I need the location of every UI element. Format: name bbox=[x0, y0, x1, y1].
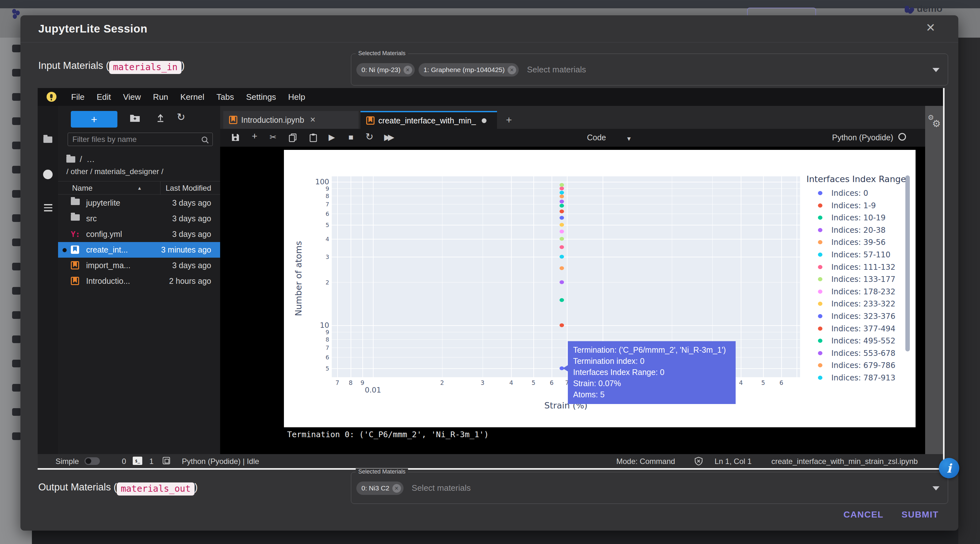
info-button[interactable]: i bbox=[939, 458, 959, 478]
legend-item[interactable]: Indices: 377-494 bbox=[813, 324, 909, 335]
simple-mode-toggle[interactable] bbox=[84, 457, 100, 465]
menu-item-file[interactable]: File bbox=[65, 92, 91, 102]
legend-item[interactable]: Indices: 57-110 bbox=[813, 250, 909, 260]
cursor-position[interactable]: Ln 1, Col 1 bbox=[714, 457, 752, 466]
legend-item[interactable]: Indices: 0 bbox=[813, 188, 909, 199]
tab-introduction[interactable]: Introduction.ipynb ✕ bbox=[223, 111, 359, 129]
stop-kernel-icon[interactable]: ■ bbox=[345, 132, 357, 142]
legend-item[interactable]: Indices: 111-132 bbox=[813, 262, 909, 273]
input-materials-select[interactable]: Selected Materials 0: Ni (mp-23)✕1: Grap… bbox=[351, 54, 948, 86]
terminals-count[interactable]: 0 bbox=[122, 457, 126, 466]
notebook-scrollbar[interactable] bbox=[905, 175, 910, 351]
file-list-header[interactable]: Name ▲ Last Modified bbox=[58, 181, 220, 195]
menu-item-help[interactable]: Help bbox=[282, 92, 311, 102]
running-kernels-tab-icon[interactable] bbox=[43, 170, 52, 179]
legend-item[interactable]: Indices: 1-9 bbox=[813, 201, 909, 211]
refresh-icon[interactable]: ↻ bbox=[177, 111, 185, 123]
file-name[interactable]: src bbox=[86, 214, 97, 223]
breadcrumb-ellipsis[interactable]: … bbox=[86, 154, 95, 164]
input-select-chevron-down-icon[interactable] bbox=[932, 68, 940, 72]
new-tab-plus-icon[interactable]: + bbox=[506, 114, 512, 126]
scatter-point[interactable] bbox=[560, 187, 564, 190]
file-name[interactable]: config.yml bbox=[86, 230, 122, 239]
breadcrumb-path[interactable]: / other / materials_designer / bbox=[66, 167, 163, 176]
insert-cell-icon[interactable]: + bbox=[248, 131, 261, 141]
file-row-src[interactable]: src3 days ago bbox=[58, 211, 220, 227]
menu-item-edit[interactable]: Edit bbox=[91, 92, 117, 102]
kernel-status-text[interactable]: Python (Pyodide) | Idle bbox=[182, 457, 259, 466]
scatter-point[interactable] bbox=[560, 200, 564, 203]
file-row-jupyterlite[interactable]: jupyterlite3 days ago bbox=[58, 195, 220, 211]
kernel-name[interactable]: Python (Pyodide) bbox=[832, 133, 893, 142]
legend-item[interactable]: Indices: 323-376 bbox=[813, 311, 909, 322]
cancel-button[interactable]: CANCEL bbox=[843, 509, 884, 520]
restart-run-all-icon[interactable]: ▶▶ bbox=[382, 132, 394, 142]
file-name[interactable]: create_int... bbox=[86, 245, 128, 254]
legend-item[interactable]: Indices: 39-56 bbox=[813, 237, 909, 248]
new-folder-icon[interactable] bbox=[129, 113, 140, 124]
file-row-import-ma-[interactable]: import_ma...3 days ago bbox=[58, 258, 220, 273]
sort-ascending-icon[interactable]: ▲ bbox=[137, 185, 142, 191]
legend-item[interactable]: Indices: 178-232 bbox=[813, 287, 909, 298]
output-select-chevron-down-icon[interactable] bbox=[932, 486, 940, 490]
tab-create-interface[interactable]: create_interface_with_min_ bbox=[361, 111, 497, 129]
new-launcher-button[interactable]: + bbox=[71, 111, 118, 128]
file-name[interactable]: import_ma... bbox=[86, 261, 130, 270]
chip-delete-icon[interactable]: ✕ bbox=[404, 66, 412, 74]
trust-shield-icon[interactable] bbox=[694, 457, 703, 466]
submit-button[interactable]: SUBMIT bbox=[902, 509, 939, 520]
active-filename[interactable]: create_interface_with_min_strain_zsl.ipy… bbox=[772, 457, 918, 466]
legend-item[interactable]: Indices: 679-786 bbox=[813, 360, 909, 371]
tab-label[interactable]: create_interface_with_min_ bbox=[379, 116, 476, 125]
file-row-Introductio-[interactable]: Introductio...2 hours ago bbox=[58, 273, 220, 289]
filter-files-input[interactable] bbox=[68, 133, 213, 146]
legend-item[interactable]: Indices: 133-177 bbox=[813, 274, 909, 285]
cell-type-chevron-down-icon[interactable]: ▾ bbox=[627, 135, 631, 143]
breadcrumb-root[interactable]: / bbox=[80, 154, 82, 164]
restart-kernel-icon[interactable]: ↻ bbox=[363, 131, 376, 142]
table-of-contents-tab-icon[interactable] bbox=[44, 204, 52, 213]
menu-item-kernel[interactable]: Kernel bbox=[174, 92, 210, 102]
chip-delete-icon[interactable]: ✕ bbox=[508, 66, 516, 74]
menu-item-run[interactable]: Run bbox=[147, 92, 175, 102]
column-last-modified[interactable]: Last Modified bbox=[165, 184, 211, 193]
upload-icon[interactable] bbox=[156, 113, 165, 124]
mode-indicator[interactable]: Mode: Command bbox=[616, 457, 675, 466]
kernels-count[interactable]: 1 bbox=[149, 457, 153, 466]
copy-cells-icon[interactable] bbox=[286, 132, 299, 143]
output-select-placeholder[interactable]: Select materials bbox=[412, 483, 471, 493]
output-materials-select[interactable]: Selected Materials 0: Ni3 C2✕ Select mat… bbox=[351, 472, 948, 504]
cell-type-dropdown[interactable]: Code bbox=[587, 133, 606, 142]
tab-label[interactable]: Introduction.ipynb bbox=[241, 116, 304, 125]
menu-item-tabs[interactable]: Tabs bbox=[210, 92, 240, 102]
input-material-chip[interactable]: 1: Graphene (mp-1040425)✕ bbox=[418, 63, 519, 76]
legend-item[interactable]: Indices: 787-913 bbox=[813, 373, 909, 384]
file-row-config-yml[interactable]: Y:config.yml3 days ago bbox=[58, 227, 220, 242]
file-name[interactable]: jupyterlite bbox=[86, 198, 120, 208]
tab-dirty-dot[interactable] bbox=[482, 118, 487, 123]
legend-item[interactable]: Indices: 495-552 bbox=[813, 336, 909, 347]
column-name[interactable]: Name bbox=[72, 184, 92, 193]
menu-item-view[interactable]: View bbox=[117, 92, 147, 102]
breadcrumb[interactable]: / … bbox=[66, 154, 95, 164]
save-icon[interactable] bbox=[229, 132, 242, 143]
file-name[interactable]: Introductio... bbox=[86, 276, 130, 286]
legend-item[interactable]: Indices: 20-38 bbox=[813, 225, 909, 236]
scatter-point[interactable] bbox=[560, 280, 564, 284]
tab-close-icon[interactable]: ✕ bbox=[310, 116, 315, 124]
modal-close-icon[interactable]: ✕ bbox=[926, 21, 935, 35]
kernel-status-icon[interactable] bbox=[898, 133, 906, 141]
legend-item[interactable]: Indices: 233-322 bbox=[813, 299, 909, 309]
menu-item-settings[interactable]: Settings bbox=[240, 92, 282, 102]
input-material-chip[interactable]: 0: Ni (mp-23)✕ bbox=[356, 63, 415, 76]
legend-item[interactable]: Indices: 553-678 bbox=[813, 348, 909, 359]
cut-cells-icon[interactable]: ✂ bbox=[267, 132, 280, 142]
run-cell-icon[interactable]: ▶ bbox=[325, 132, 338, 142]
output-material-chip[interactable]: 0: Ni3 C2✕ bbox=[356, 482, 404, 495]
file-browser-tab-icon[interactable] bbox=[43, 136, 52, 143]
chip-delete-icon[interactable]: ✕ bbox=[392, 484, 401, 493]
input-select-placeholder[interactable]: Select materials bbox=[527, 65, 586, 75]
breadcrumb-home-folder-icon[interactable] bbox=[66, 156, 75, 163]
legend-item[interactable]: Indices: 10-19 bbox=[813, 213, 909, 224]
paste-cells-icon[interactable] bbox=[307, 132, 320, 143]
